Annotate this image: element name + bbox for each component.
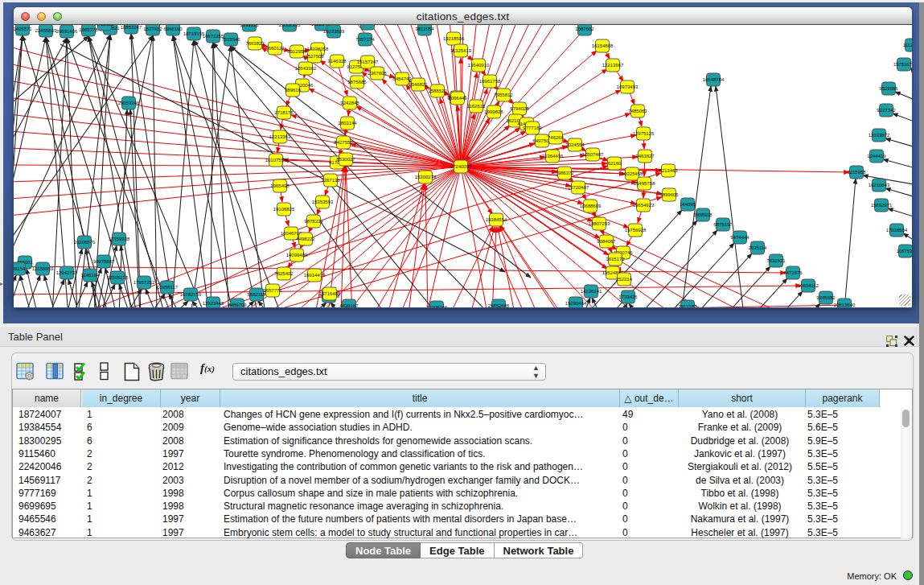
svg-text:2718176: 2718176 xyxy=(274,110,294,115)
svg-text:9546821: 9546821 xyxy=(409,82,428,87)
svg-text:90975887: 90975887 xyxy=(93,259,115,264)
svg-text:4498222: 4498222 xyxy=(296,237,315,241)
svg-text:19654923: 19654923 xyxy=(633,203,655,208)
svg-text:10958117: 10958117 xyxy=(157,285,179,290)
svg-text:15692971: 15692971 xyxy=(871,203,893,208)
svg-text:3813054: 3813054 xyxy=(415,27,434,31)
svg-text:9878334: 9878334 xyxy=(304,219,323,224)
svg-text:8471676: 8471676 xyxy=(783,270,803,275)
svg-text:9474444: 9474444 xyxy=(730,235,749,240)
svg-text:15751074: 15751074 xyxy=(893,62,912,67)
svg-text:14136141: 14136141 xyxy=(581,289,602,294)
svg-text:18807293: 18807293 xyxy=(589,221,610,226)
svg-text:9217207: 9217207 xyxy=(358,25,377,26)
svg-text:2935114: 2935114 xyxy=(749,245,768,250)
svg-text:5958928: 5958928 xyxy=(693,212,713,217)
svg-text:1588520: 1588520 xyxy=(428,89,447,93)
svg-text:15720407: 15720407 xyxy=(568,185,589,190)
svg-text:1733426: 1733426 xyxy=(618,295,638,299)
svg-text:3917183: 3917183 xyxy=(678,304,697,307)
svg-text:7357274: 7357274 xyxy=(355,37,375,42)
svg-text:6794028: 6794028 xyxy=(510,106,529,111)
svg-text:1965498: 1965498 xyxy=(270,183,290,188)
svg-text:12213363: 12213363 xyxy=(269,134,291,139)
svg-text:1615172: 1615172 xyxy=(606,257,625,262)
svg-text:23706266: 23706266 xyxy=(426,305,448,307)
svg-text:20813640: 20813640 xyxy=(834,303,856,307)
svg-text:9245682: 9245682 xyxy=(816,295,836,300)
svg-text:6899605: 6899605 xyxy=(659,192,679,197)
svg-text:22455603: 22455603 xyxy=(35,28,57,33)
svg-text:12033872: 12033872 xyxy=(869,133,890,138)
svg-text:25882305: 25882305 xyxy=(279,25,301,27)
svg-text:10688609: 10688609 xyxy=(580,204,602,208)
svg-text:39154: 39154 xyxy=(14,266,26,271)
svg-text:1527602: 1527602 xyxy=(143,27,162,31)
svg-text:10107553: 10107553 xyxy=(265,158,287,163)
svg-text:7632621: 7632621 xyxy=(766,258,786,263)
svg-text:9777169: 9777169 xyxy=(523,126,542,130)
svg-text:1839221: 1839221 xyxy=(240,25,259,27)
svg-text:1999828: 1999828 xyxy=(484,109,503,114)
svg-text:252214: 252214 xyxy=(616,277,633,282)
svg-text:1167534: 1167534 xyxy=(897,249,912,253)
svg-text:9660124: 9660124 xyxy=(265,46,285,51)
svg-text:10543362: 10543362 xyxy=(295,66,317,71)
svg-text:8489709: 8489709 xyxy=(228,303,247,307)
svg-text:2367608: 2367608 xyxy=(368,71,387,76)
svg-text:16648784: 16648784 xyxy=(703,77,725,82)
svg-text:10973493: 10973493 xyxy=(617,84,639,89)
svg-text:7625402: 7625402 xyxy=(274,271,294,276)
svg-text:21364436: 21364436 xyxy=(542,154,564,159)
svg-text:1112843: 1112843 xyxy=(903,43,912,47)
svg-text:144095: 144095 xyxy=(680,202,696,207)
svg-text:19384554: 19384554 xyxy=(486,217,507,222)
svg-text:7955812: 7955812 xyxy=(494,93,513,97)
svg-text:1405571: 1405571 xyxy=(14,27,32,31)
svg-text:15353593: 15353593 xyxy=(312,200,334,204)
svg-text:12505135: 12505135 xyxy=(107,275,129,280)
svg-text:12213967: 12213967 xyxy=(602,63,624,68)
svg-text:6966160: 6966160 xyxy=(163,27,183,31)
svg-text:1527509: 1527509 xyxy=(305,54,324,59)
svg-text:12975125: 12975125 xyxy=(633,131,655,136)
svg-text:1244419: 1244419 xyxy=(867,154,886,159)
svg-text:12942737: 12942737 xyxy=(56,270,78,275)
svg-text:19218506: 19218506 xyxy=(443,36,465,41)
svg-text:1145194: 1145194 xyxy=(81,273,101,278)
svg-text:25852685: 25852685 xyxy=(488,303,510,307)
svg-text:9463627: 9463627 xyxy=(635,154,655,159)
svg-text:3146328: 3146328 xyxy=(327,59,347,64)
svg-text:989616: 989616 xyxy=(285,88,302,93)
svg-text:15300273: 15300273 xyxy=(415,175,437,179)
svg-text:62160: 62160 xyxy=(608,161,622,166)
svg-text:10782759: 10782759 xyxy=(180,292,202,297)
svg-text:8427552: 8427552 xyxy=(334,140,353,145)
svg-text:7663822: 7663822 xyxy=(245,41,265,46)
svg-text:9242848: 9242848 xyxy=(340,101,359,105)
svg-text:10025458: 10025458 xyxy=(622,171,643,176)
svg-text:15716485: 15716485 xyxy=(319,291,341,296)
svg-text:10654112: 10654112 xyxy=(798,283,819,288)
svg-text:4735650: 4735650 xyxy=(95,25,114,27)
svg-text:16961758: 16961758 xyxy=(479,79,501,84)
svg-text:9084067: 9084067 xyxy=(597,239,616,244)
svg-text:10853267: 10853267 xyxy=(121,25,142,30)
svg-text:7485063: 7485063 xyxy=(628,109,647,113)
svg-text:19299464: 19299464 xyxy=(565,301,587,306)
svg-text:7986372: 7986372 xyxy=(555,171,574,175)
svg-text:3215958: 3215958 xyxy=(847,170,866,175)
svg-text:12156859: 12156859 xyxy=(32,266,54,271)
svg-text:2803144: 2803144 xyxy=(338,121,357,126)
svg-text:8912954: 8912954 xyxy=(287,49,306,54)
svg-text:16033809: 16033809 xyxy=(323,29,345,34)
svg-text:12923448: 12923448 xyxy=(203,301,224,306)
svg-text:17016504: 17016504 xyxy=(886,228,908,233)
svg-text:19106825: 19106825 xyxy=(273,207,295,212)
svg-text:16914473: 16914473 xyxy=(304,273,326,278)
svg-text:10507487: 10507487 xyxy=(582,152,604,157)
svg-text:9227342: 9227342 xyxy=(877,108,896,113)
svg-text:15495758: 15495758 xyxy=(634,181,655,186)
svg-text:5875685: 5875685 xyxy=(347,80,367,84)
svg-text:13640910: 13640910 xyxy=(468,63,490,68)
